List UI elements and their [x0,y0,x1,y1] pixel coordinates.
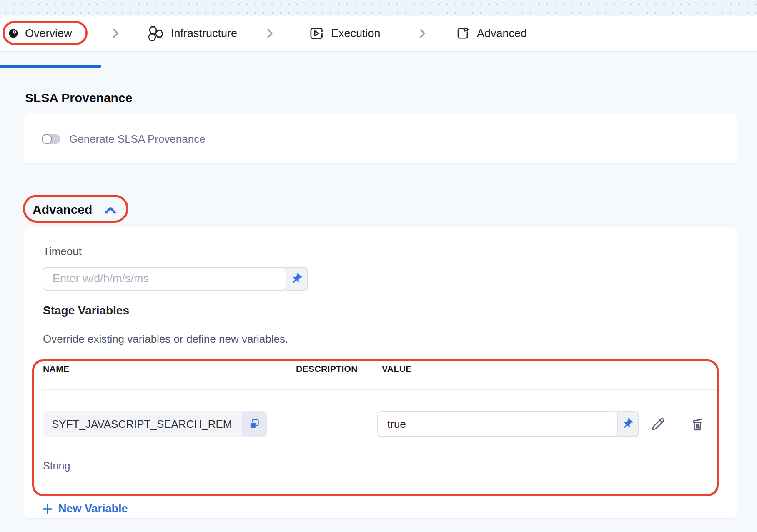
variable-value-input[interactable] [377,411,618,437]
column-header-name: NAME [43,364,69,374]
chevron-right-icon [416,16,429,51]
advanced-gear-icon [455,26,470,41]
variable-value-group [377,411,639,437]
timeout-input-group [43,267,308,291]
timeout-label: Timeout [43,245,82,258]
execution-icon [308,25,324,41]
variable-name-copy-button[interactable] [242,411,267,437]
chevron-right-icon [109,16,122,51]
chevron-up-icon[interactable] [104,205,117,216]
new-variable-button[interactable]: New Variable [42,502,128,515]
table-header-divider [42,389,718,390]
variable-name-group: SYFT_JAVASCRIPT_SEARCH_REM [43,411,267,437]
generate-slsa-toggle-label: Generate SLSA Provenance [69,133,206,146]
tab-execution-label: Execution [331,27,381,40]
edit-variable-button[interactable] [649,416,666,433]
variable-name-field[interactable]: SYFT_JAVASCRIPT_SEARCH_REM [43,411,242,437]
trash-icon [689,417,705,432]
timeout-input[interactable] [43,267,286,291]
slsa-provenance-heading: SLSA Provenance [25,91,132,105]
variable-type-label: String [43,460,70,472]
toggle-knob [42,134,52,144]
new-variable-label: New Variable [58,502,128,515]
tab-advanced-label: Advanced [477,27,527,40]
stage-tabbar: Overview Infrastructure Execution [0,16,757,52]
variable-name-text: SYFT_JAVASCRIPT_SEARCH_REM [52,418,232,431]
generate-slsa-toggle[interactable] [42,134,60,144]
column-header-value: VALUE [382,364,412,374]
column-header-description: DESCRIPTION [296,364,358,374]
chevron-right-icon [263,16,276,51]
tab-advanced[interactable]: Advanced [455,16,527,51]
advanced-section-heading: Advanced [33,203,92,217]
overview-icon [8,28,18,38]
infrastructure-icon [147,25,164,42]
pencil-icon [650,417,666,432]
pin-icon [290,273,303,285]
stage-variables-description: Override existing variables or define ne… [43,333,288,346]
tab-execution[interactable]: Execution [308,16,381,51]
copy-icon [248,418,261,430]
tab-infrastructure[interactable]: Infrastructure [147,16,237,51]
plus-icon [42,503,53,515]
tab-overview[interactable]: Overview [8,16,72,51]
stage-variables-heading: Stage Variables [43,304,129,317]
tab-infrastructure-label: Infrastructure [171,27,237,40]
pin-icon [621,418,634,430]
pipeline-canvas-strip [0,0,757,16]
delete-variable-button[interactable] [689,416,706,433]
active-tab-underline [0,65,101,68]
tab-overview-label: Overview [25,27,72,40]
